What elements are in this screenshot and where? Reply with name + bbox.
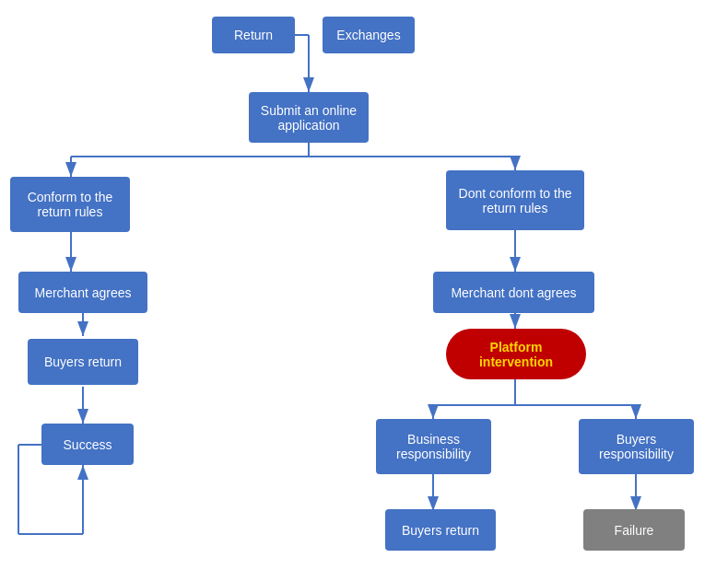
platform-intervention-node: Platformintervention [446,329,586,379]
success-node: Success [41,424,134,465]
conform-node: Conform to thereturn rules [10,177,130,232]
business-responsibility-node: Businessresponsibility [376,419,491,474]
exchanges-node: Exchanges [323,17,415,53]
merchant-dont-node: Merchant dont agrees [433,272,594,313]
flowchart: Return Exchanges Submit an onlineapplica… [0,0,728,581]
buyers-return-left-node: Buyers return [28,339,138,385]
buyers-return-right-node: Buyers return [385,509,496,551]
failure-node: Failure [583,509,685,551]
submit-node: Submit an onlineapplication [249,92,369,143]
merchant-agrees-node: Merchant agrees [18,272,147,313]
dont-conform-node: Dont conform to thereturn rules [446,170,584,230]
buyers-responsibility-node: Buyersresponsibility [579,419,694,474]
return-node: Return [212,17,295,53]
